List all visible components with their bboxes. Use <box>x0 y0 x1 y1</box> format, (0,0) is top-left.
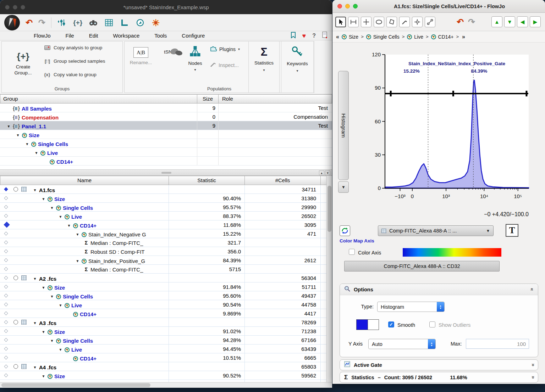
expander-icon[interactable]: ▼ <box>16 131 20 139</box>
radio-icon[interactable] <box>13 187 18 192</box>
expander-icon[interactable]: ▼ <box>33 363 37 371</box>
selection-diamond-icon[interactable] <box>4 347 8 351</box>
scrollbar-thumb[interactable] <box>1 383 150 387</box>
minimize-button[interactable] <box>345 4 350 9</box>
close-button[interactable] <box>337 4 342 9</box>
splitter-collapse-down-button[interactable]: ▼ <box>325 170 330 175</box>
menu-tab-configure[interactable]: Configure <box>182 33 205 39</box>
expander-icon[interactable]: ▼ <box>50 203 54 211</box>
sample-table-row[interactable]: ▼Size90.52%59562 <box>0 371 332 380</box>
group-selected-samples-button[interactable]: [∷] Group selected samples <box>44 58 105 64</box>
expand-chevron-icon[interactable]: « <box>529 376 535 379</box>
redo-icon[interactable]: ↷ <box>468 17 475 27</box>
menu-tab-file[interactable]: File <box>66 33 74 39</box>
layout-grid-icon[interactable] <box>21 275 27 280</box>
horizontal-scrollbar[interactable] <box>0 382 332 388</box>
show-outliers-checkbox[interactable] <box>429 321 435 327</box>
create-group-button[interactable]: {+} Create Group... <box>5 44 42 83</box>
new-document-icon[interactable] <box>322 32 328 40</box>
scrollbar-thumb[interactable] <box>327 186 331 232</box>
groups-table-row[interactable]: ▼{}All Samples9Test <box>0 103 332 112</box>
expander-icon[interactable]: ▼ <box>50 336 54 344</box>
radio-icon[interactable] <box>13 320 18 325</box>
binoculars-icon[interactable] <box>88 18 98 28</box>
text-annotation-button[interactable]: T <box>506 224 518 237</box>
sample-table-row[interactable]: ▼Size91.84%51711 <box>0 282 332 291</box>
layout-grid-icon[interactable] <box>21 364 27 369</box>
menu-tab-tools[interactable]: Tools <box>154 33 167 39</box>
menu-tab-workspace[interactable]: Workspace <box>113 33 140 39</box>
collapse-chevron-icon[interactable]: « <box>529 288 535 291</box>
expander-icon[interactable]: ▼ <box>75 230 80 238</box>
expand-chevron-icon[interactable]: « <box>529 363 535 366</box>
sample-table-row[interactable]: ▼Live94.45%63439 <box>0 345 332 353</box>
active-gate-panel[interactable]: Active Gate « <box>340 359 538 370</box>
table-icon[interactable] <box>104 18 114 28</box>
sample-table-row[interactable]: ▼Single Cells95.60%49437 <box>0 291 332 300</box>
nav-forward-button[interactable]: ▶ <box>530 16 541 27</box>
workspace-titlebar[interactable]: *unsaved* StainIndex_Example.wsp <box>0 0 332 14</box>
splitter-collapse-up-button[interactable]: ▲ <box>319 170 324 175</box>
sample-table-row[interactable]: ▼Single Cells95.57%29990 <box>0 203 332 212</box>
polygon-gate-tool[interactable] <box>386 17 397 27</box>
copy-analysis-to-group-button[interactable]: Copy analysis to group <box>44 45 105 50</box>
expander-icon[interactable]: ▼ <box>75 257 80 264</box>
menu-tab-edit[interactable]: Edit <box>89 33 98 39</box>
nav-back-button[interactable]: ◀ <box>517 16 528 27</box>
undo-icon[interactable]: ↶ <box>26 18 33 27</box>
layout-grid-icon[interactable] <box>21 320 27 325</box>
tether-gate-tool[interactable] <box>425 17 435 27</box>
groups-table-row[interactable]: ▼{}Panel_1.19Test <box>0 121 332 130</box>
tsne-button[interactable]: tSNE <box>159 47 181 55</box>
create-group-braces-icon[interactable]: {+} <box>73 18 83 28</box>
sample-table-row[interactable]: ▼CD14+9.869%4417 <box>0 309 332 318</box>
selection-diamond-icon[interactable] <box>4 231 8 235</box>
sample-table-row[interactable]: ▼Size90.40%31380 <box>0 194 332 203</box>
selection-diamond-icon[interactable] <box>4 187 8 191</box>
x-axis-parameter-dropdown[interactable]: Comp-FITC_Alexa 488-A :: ... ▼ <box>378 225 494 236</box>
layout-grid-icon[interactable] <box>21 187 27 192</box>
selection-diamond-icon[interactable] <box>4 258 8 262</box>
groups-table-row[interactable]: ▼CD14+ <box>0 157 332 166</box>
column-header-statistic[interactable]: Statistic <box>169 176 245 185</box>
breadcrumb-item-single-cells[interactable]: Single Cells <box>366 34 400 40</box>
selection-diamond-icon[interactable] <box>4 267 8 271</box>
sample-table-row[interactable]: ▼Live88.37%26502 <box>0 212 332 220</box>
radio-icon[interactable] <box>13 276 18 280</box>
copy-value-to-group-button[interactable]: {x} Copy value to group <box>44 72 105 77</box>
selection-diamond-icon[interactable] <box>4 285 8 289</box>
y-axis-dropdown-button[interactable]: ▼ <box>338 181 349 193</box>
sample-table-row[interactable]: ▼A4 .fcs65803 <box>0 362 332 371</box>
rename-button[interactable]: A|B Rename... <box>127 47 154 65</box>
expander-icon[interactable]: ▼ <box>58 301 63 309</box>
expander-icon[interactable]: ▼ <box>41 372 46 380</box>
expander-icon[interactable]: ▼ <box>33 186 37 194</box>
expander-icon[interactable]: ▼ <box>25 140 29 147</box>
column-header-size[interactable]: Size <box>197 94 219 103</box>
expander-icon[interactable]: ▼ <box>58 212 63 220</box>
sample-table-row[interactable]: ▼Stain_Index_Positive_G84.39%2612 <box>0 256 332 265</box>
sample-table-row[interactable]: ΣRobust SD : Comp-FIT356.0 <box>0 247 332 256</box>
column-header-role[interactable]: Role <box>219 94 332 103</box>
column-header-name[interactable]: Name <box>0 176 169 185</box>
sample-table-row[interactable]: ▼CD14+10.51%6665 <box>0 353 332 362</box>
histogram-canvas[interactable]: 0306090120−10³010³10⁴10⁵ <box>366 50 535 207</box>
expander-icon[interactable]: ▼ <box>34 149 39 156</box>
groups-table-row[interactable]: ▼{}Compensation0Compensation <box>0 112 332 121</box>
transform-settings-button[interactable] <box>340 225 350 236</box>
max-input[interactable] <box>466 339 529 349</box>
type-select[interactable]: Histogram ▲▼ <box>377 302 445 312</box>
bookmark-icon[interactable] <box>291 32 296 40</box>
compass-icon[interactable] <box>135 18 145 28</box>
expander-icon[interactable]: ▼ <box>6 122 11 130</box>
select-cursor-tool[interactable] <box>335 17 346 27</box>
selection-diamond-icon[interactable] <box>4 196 8 200</box>
smooth-checkbox[interactable]: ✓ <box>388 321 394 327</box>
sample-table-row[interactable]: ΣMedian : Comp-FITC_5715 <box>0 265 332 274</box>
y-axis-select-stepper-icon[interactable]: ▲▼ <box>428 339 435 349</box>
help-icon[interactable]: ? <box>312 33 316 39</box>
selection-diamond-icon[interactable] <box>4 355 8 359</box>
breadcrumb-item-live[interactable]: Live <box>407 34 423 40</box>
statistics-panel[interactable]: Σ Statistics – Count: 3095 / 26502 11.68… <box>340 372 538 383</box>
plot-color-swatches[interactable] <box>356 319 379 330</box>
